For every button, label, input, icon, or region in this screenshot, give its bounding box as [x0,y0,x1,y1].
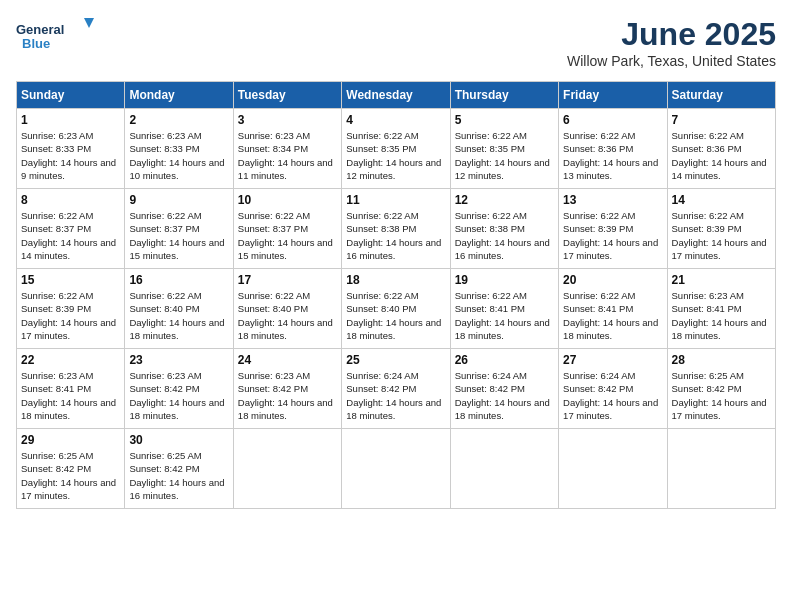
calendar-cell: 11 Sunrise: 6:22 AMSunset: 8:38 PMDaylig… [342,189,450,269]
day-detail: Sunrise: 6:23 AMSunset: 8:33 PMDaylight:… [129,130,224,181]
day-detail: Sunrise: 6:23 AMSunset: 8:41 PMDaylight:… [21,370,116,421]
day-number: 23 [129,353,228,367]
calendar-cell: 21 Sunrise: 6:23 AMSunset: 8:41 PMDaylig… [667,269,775,349]
col-thursday: Thursday [450,82,558,109]
calendar-cell: 1 Sunrise: 6:23 AMSunset: 8:33 PMDayligh… [17,109,125,189]
calendar-cell: 8 Sunrise: 6:22 AMSunset: 8:37 PMDayligh… [17,189,125,269]
page-header: General Blue June 2025 Willow Park, Texa… [16,16,776,69]
day-detail: Sunrise: 6:22 AMSunset: 8:41 PMDaylight:… [455,290,550,341]
calendar-cell: 19 Sunrise: 6:22 AMSunset: 8:41 PMDaylig… [450,269,558,349]
day-number: 21 [672,273,771,287]
calendar-cell [342,429,450,509]
day-number: 25 [346,353,445,367]
col-sunday: Sunday [17,82,125,109]
logo: General Blue [16,16,96,56]
day-number: 18 [346,273,445,287]
day-detail: Sunrise: 6:22 AMSunset: 8:37 PMDaylight:… [238,210,333,261]
day-detail: Sunrise: 6:22 AMSunset: 8:40 PMDaylight:… [238,290,333,341]
location: Willow Park, Texas, United States [567,53,776,69]
calendar-cell: 14 Sunrise: 6:22 AMSunset: 8:39 PMDaylig… [667,189,775,269]
calendar-cell: 5 Sunrise: 6:22 AMSunset: 8:35 PMDayligh… [450,109,558,189]
day-detail: Sunrise: 6:23 AMSunset: 8:41 PMDaylight:… [672,290,767,341]
day-detail: Sunrise: 6:22 AMSunset: 8:39 PMDaylight:… [563,210,658,261]
day-detail: Sunrise: 6:24 AMSunset: 8:42 PMDaylight:… [563,370,658,421]
calendar-cell: 9 Sunrise: 6:22 AMSunset: 8:37 PMDayligh… [125,189,233,269]
day-detail: Sunrise: 6:22 AMSunset: 8:37 PMDaylight:… [129,210,224,261]
svg-text:Blue: Blue [22,36,50,51]
day-number: 13 [563,193,662,207]
calendar-cell: 16 Sunrise: 6:22 AMSunset: 8:40 PMDaylig… [125,269,233,349]
day-detail: Sunrise: 6:23 AMSunset: 8:42 PMDaylight:… [238,370,333,421]
day-detail: Sunrise: 6:23 AMSunset: 8:34 PMDaylight:… [238,130,333,181]
day-number: 27 [563,353,662,367]
day-detail: Sunrise: 6:23 AMSunset: 8:33 PMDaylight:… [21,130,116,181]
title-block: June 2025 Willow Park, Texas, United Sta… [567,16,776,69]
col-wednesday: Wednesday [342,82,450,109]
week-row-1: 1 Sunrise: 6:23 AMSunset: 8:33 PMDayligh… [17,109,776,189]
day-number: 20 [563,273,662,287]
calendar: Sunday Monday Tuesday Wednesday Thursday… [16,81,776,509]
col-friday: Friday [559,82,667,109]
day-detail: Sunrise: 6:25 AMSunset: 8:42 PMDaylight:… [129,450,224,501]
calendar-cell: 25 Sunrise: 6:24 AMSunset: 8:42 PMDaylig… [342,349,450,429]
day-number: 16 [129,273,228,287]
calendar-cell: 2 Sunrise: 6:23 AMSunset: 8:33 PMDayligh… [125,109,233,189]
calendar-cell: 6 Sunrise: 6:22 AMSunset: 8:36 PMDayligh… [559,109,667,189]
svg-marker-2 [84,18,94,28]
day-number: 12 [455,193,554,207]
calendar-cell: 10 Sunrise: 6:22 AMSunset: 8:37 PMDaylig… [233,189,341,269]
col-saturday: Saturday [667,82,775,109]
day-number: 11 [346,193,445,207]
day-number: 3 [238,113,337,127]
day-number: 28 [672,353,771,367]
day-detail: Sunrise: 6:22 AMSunset: 8:36 PMDaylight:… [563,130,658,181]
calendar-cell [559,429,667,509]
day-detail: Sunrise: 6:22 AMSunset: 8:38 PMDaylight:… [455,210,550,261]
day-detail: Sunrise: 6:22 AMSunset: 8:35 PMDaylight:… [346,130,441,181]
calendar-cell: 29 Sunrise: 6:25 AMSunset: 8:42 PMDaylig… [17,429,125,509]
day-number: 10 [238,193,337,207]
day-detail: Sunrise: 6:22 AMSunset: 8:39 PMDaylight:… [21,290,116,341]
day-detail: Sunrise: 6:24 AMSunset: 8:42 PMDaylight:… [455,370,550,421]
calendar-cell: 18 Sunrise: 6:22 AMSunset: 8:40 PMDaylig… [342,269,450,349]
day-number: 2 [129,113,228,127]
day-number: 15 [21,273,120,287]
calendar-cell: 24 Sunrise: 6:23 AMSunset: 8:42 PMDaylig… [233,349,341,429]
calendar-cell: 23 Sunrise: 6:23 AMSunset: 8:42 PMDaylig… [125,349,233,429]
calendar-cell: 13 Sunrise: 6:22 AMSunset: 8:39 PMDaylig… [559,189,667,269]
calendar-cell: 17 Sunrise: 6:22 AMSunset: 8:40 PMDaylig… [233,269,341,349]
week-row-2: 8 Sunrise: 6:22 AMSunset: 8:37 PMDayligh… [17,189,776,269]
month-title: June 2025 [567,16,776,53]
calendar-cell: 7 Sunrise: 6:22 AMSunset: 8:36 PMDayligh… [667,109,775,189]
day-detail: Sunrise: 6:23 AMSunset: 8:42 PMDaylight:… [129,370,224,421]
day-number: 14 [672,193,771,207]
day-number: 7 [672,113,771,127]
day-number: 29 [21,433,120,447]
calendar-cell: 26 Sunrise: 6:24 AMSunset: 8:42 PMDaylig… [450,349,558,429]
svg-text:General: General [16,22,64,37]
calendar-cell: 28 Sunrise: 6:25 AMSunset: 8:42 PMDaylig… [667,349,775,429]
calendar-cell: 15 Sunrise: 6:22 AMSunset: 8:39 PMDaylig… [17,269,125,349]
calendar-cell [667,429,775,509]
day-number: 24 [238,353,337,367]
calendar-cell: 22 Sunrise: 6:23 AMSunset: 8:41 PMDaylig… [17,349,125,429]
day-detail: Sunrise: 6:22 AMSunset: 8:40 PMDaylight:… [346,290,441,341]
day-number: 17 [238,273,337,287]
calendar-cell: 27 Sunrise: 6:24 AMSunset: 8:42 PMDaylig… [559,349,667,429]
day-number: 5 [455,113,554,127]
day-detail: Sunrise: 6:22 AMSunset: 8:39 PMDaylight:… [672,210,767,261]
calendar-cell: 20 Sunrise: 6:22 AMSunset: 8:41 PMDaylig… [559,269,667,349]
calendar-cell: 4 Sunrise: 6:22 AMSunset: 8:35 PMDayligh… [342,109,450,189]
calendar-cell: 3 Sunrise: 6:23 AMSunset: 8:34 PMDayligh… [233,109,341,189]
day-number: 9 [129,193,228,207]
day-number: 19 [455,273,554,287]
calendar-header-row: Sunday Monday Tuesday Wednesday Thursday… [17,82,776,109]
day-number: 8 [21,193,120,207]
day-detail: Sunrise: 6:22 AMSunset: 8:40 PMDaylight:… [129,290,224,341]
day-detail: Sunrise: 6:22 AMSunset: 8:35 PMDaylight:… [455,130,550,181]
day-number: 30 [129,433,228,447]
day-detail: Sunrise: 6:25 AMSunset: 8:42 PMDaylight:… [672,370,767,421]
day-number: 4 [346,113,445,127]
day-detail: Sunrise: 6:24 AMSunset: 8:42 PMDaylight:… [346,370,441,421]
day-detail: Sunrise: 6:22 AMSunset: 8:38 PMDaylight:… [346,210,441,261]
